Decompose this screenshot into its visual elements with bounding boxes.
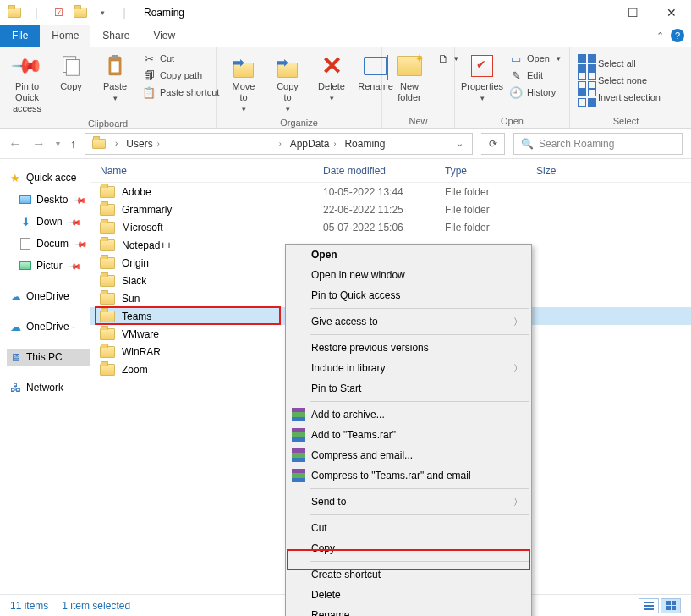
sidebar-quick-access[interactable]: ★Quick acce [7, 169, 90, 186]
ctx-include-library[interactable]: Include in library〉 [286, 358, 531, 378]
paste-shortcut-icon: 📋 [142, 85, 156, 99]
qat-properties-icon[interactable]: ☑ [49, 3, 68, 22]
properties-button[interactable]: Properties [462, 51, 502, 105]
refresh-button[interactable]: ⟳ [481, 133, 505, 155]
ctx-add-rar[interactable]: Add to "Teams.rar" [286, 425, 531, 445]
status-item-count: 11 items [10, 600, 48, 612]
ctx-separator [310, 488, 529, 489]
paste-label: Paste [103, 81, 127, 92]
ctx-separator [310, 514, 529, 515]
file-row[interactable]: Adobe10-05-2022 13:44File folder [90, 183, 691, 201]
sidebar-downloads[interactable]: ⬇Down📌 [7, 213, 90, 230]
col-size[interactable]: Size [526, 165, 691, 177]
tab-share[interactable]: Share [90, 25, 141, 47]
search-input[interactable]: 🔍 Search Roaming [513, 133, 683, 155]
ctx-rename[interactable]: Rename [286, 605, 531, 616]
address-bar[interactable]: › Users› xxxxxxxxxxxxxxxxxxxxx› AppData›… [85, 133, 473, 155]
back-button[interactable]: ← [8, 136, 22, 151]
qat-dropdown-icon[interactable]: ▾ [93, 3, 112, 22]
copy-button[interactable]: Copy [51, 51, 91, 94]
sidebar-pictures[interactable]: Pictur📌 [7, 257, 90, 274]
crumb-users[interactable]: Users› [123, 138, 162, 150]
col-name[interactable]: Name [90, 165, 313, 177]
pin-icon: 📌 [71, 190, 90, 210]
ctx-add-archive[interactable]: Add to archive... [286, 404, 531, 425]
svg-rect-1 [66, 60, 79, 76]
chevron-right-icon: 〉 [513, 496, 523, 509]
properties-icon [471, 55, 493, 77]
collapse-ribbon-icon[interactable]: ⌃ [656, 30, 664, 41]
title-bar: | ☑ ▾ | Roaming — ☐ ✕ [0, 0, 691, 25]
group-open-label: Open [462, 114, 562, 126]
view-details-button[interactable] [639, 598, 659, 613]
delete-button[interactable]: ✕ Delete [311, 51, 352, 105]
invert-selection-button[interactable]: Invert selection [577, 90, 664, 105]
maximize-button[interactable]: ☐ [613, 0, 652, 25]
forward-button[interactable]: → [32, 136, 46, 151]
ctx-delete[interactable]: Delete [286, 585, 531, 605]
tab-view[interactable]: View [141, 25, 187, 47]
history-button[interactable]: 🕘History [506, 85, 564, 100]
close-button[interactable]: ✕ [652, 0, 691, 25]
pin-quick-access-button[interactable]: 📌 Pin to Quick access [7, 51, 47, 117]
qat-newfolder-icon[interactable] [71, 3, 90, 22]
help-icon[interactable]: ? [671, 29, 684, 42]
pc-icon: 🖥 [8, 350, 22, 364]
ctx-send-to[interactable]: Send to〉 [286, 492, 531, 512]
ctx-open[interactable]: Open [286, 245, 531, 265]
ctx-copy[interactable]: Copy [286, 538, 531, 558]
group-select-label: Select [577, 114, 675, 126]
col-date[interactable]: Date modified [313, 165, 435, 177]
file-row[interactable]: Microsoft05-07-2022 15:06File folder [90, 218, 691, 236]
ctx-compress-email[interactable]: Compress and email... [286, 445, 531, 465]
move-to-button[interactable]: ➡ Move to [223, 51, 264, 116]
copy-to-icon: ➡ [274, 54, 301, 78]
ctx-pin-start[interactable]: Pin to Start [286, 378, 531, 399]
ctx-open-new-window[interactable]: Open in new window [286, 265, 531, 285]
svg-rect-3 [112, 55, 118, 59]
ctx-restore-versions[interactable]: Restore previous versions [286, 338, 531, 358]
group-new-label: New [389, 114, 447, 126]
qat-folder-icon[interactable] [5, 3, 24, 22]
paste-button[interactable]: Paste [95, 51, 135, 105]
paste-shortcut-button[interactable]: 📋Paste shortcut [139, 85, 222, 100]
address-dropdown-icon[interactable]: ⌄ [451, 138, 469, 149]
sidebar-onedrive-2[interactable]: ☁OneDrive - [7, 318, 90, 335]
sidebar-network[interactable]: 🖧Network [7, 379, 90, 396]
select-none-button[interactable]: Select none [577, 73, 664, 88]
ctx-give-access[interactable]: Give access to〉 [286, 311, 531, 332]
ctx-create-shortcut[interactable]: Create shortcut [286, 564, 531, 585]
crumb-roaming[interactable]: Roaming [342, 138, 387, 150]
sidebar-onedrive-1[interactable]: ☁OneDrive [7, 288, 90, 305]
edit-button[interactable]: ✎Edit [506, 68, 564, 83]
crumb-appdata[interactable]: AppData› [288, 138, 339, 150]
folder-icon [100, 275, 115, 287]
sidebar-desktop[interactable]: Deskto📌 [7, 191, 90, 208]
file-row[interactable]: Grammarly22-06-2022 11:25File folder [90, 201, 691, 218]
sidebar-documents[interactable]: Docum📌 [7, 235, 90, 252]
recent-dropdown-icon[interactable]: ▾ [56, 139, 60, 148]
crumb-hidden[interactable]: xxxxxxxxxxxxxxxxxxxxx› [166, 138, 284, 150]
new-folder-button[interactable]: New folder [389, 51, 430, 105]
column-headers: Name Date modified Type Size [90, 159, 691, 183]
ctx-separator [310, 401, 529, 402]
rar-icon [291, 427, 306, 443]
ctx-pin-quick-access[interactable]: Pin to Quick access [286, 285, 531, 305]
ctx-separator [310, 561, 529, 562]
tab-file[interactable]: File [0, 25, 40, 47]
ctx-cut[interactable]: Cut [286, 518, 531, 538]
tab-home[interactable]: Home [40, 25, 90, 47]
copy-label: Copy [60, 81, 82, 92]
select-all-button[interactable]: Select all [577, 56, 664, 71]
view-icons-button[interactable] [661, 598, 681, 613]
sidebar-this-pc[interactable]: 🖥This PC [7, 349, 90, 366]
minimize-button[interactable]: — [574, 0, 613, 25]
up-button[interactable]: ↑ [70, 137, 76, 151]
copy-to-button[interactable]: ➡ Copy to [267, 51, 308, 116]
paste-icon [101, 52, 129, 80]
cut-button[interactable]: ✂Cut [139, 51, 222, 66]
copy-path-button[interactable]: 🗐Copy path [139, 68, 222, 83]
open-button[interactable]: ▭Open▾ [506, 51, 564, 66]
col-type[interactable]: Type [435, 165, 526, 177]
ctx-compress-rar-email[interactable]: Compress to "Teams.rar" and email [286, 465, 531, 486]
